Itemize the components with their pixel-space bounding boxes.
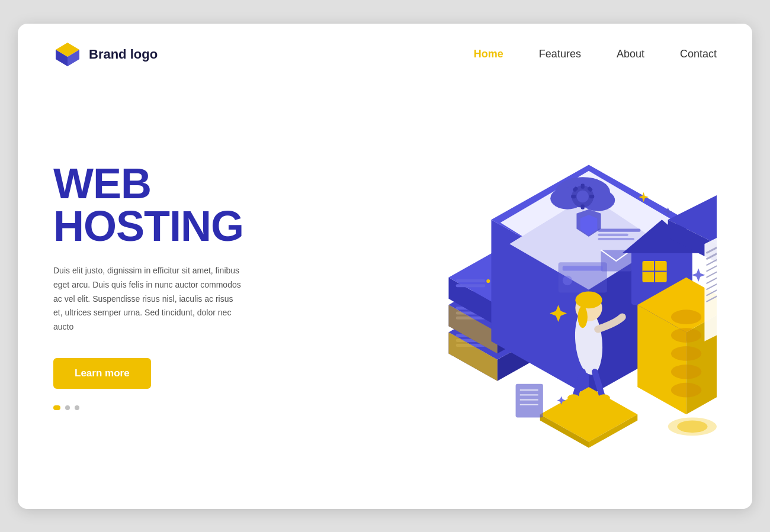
illustration-area: www (290, 97, 717, 464)
nav-home[interactable]: Home (474, 48, 503, 60)
nav-features[interactable]: Features (539, 48, 581, 60)
header: Brand logo Home Features About Contact (18, 24, 752, 85)
pagination-dots (53, 405, 290, 410)
svg-rect-23 (456, 284, 485, 287)
hero-title: WEB HOSTING (53, 162, 290, 247)
svg-point-76 (671, 382, 701, 397)
page-frame: Brand logo Home Features About Contact W… (18, 24, 752, 509)
svg-point-49 (578, 306, 587, 328)
dot-3[interactable] (75, 405, 79, 410)
svg-rect-66 (589, 194, 594, 198)
svg-rect-22 (456, 279, 485, 282)
svg-rect-36 (598, 238, 634, 240)
svg-rect-95 (516, 383, 543, 417)
svg-point-73 (671, 328, 701, 343)
svg-rect-65 (571, 194, 576, 198)
hero-description: Duis elit justo, dignissim in efficitur … (53, 264, 243, 334)
svg-marker-43 (540, 387, 638, 442)
svg-rect-39 (563, 266, 603, 270)
svg-point-62 (576, 190, 589, 202)
dot-2[interactable] (65, 405, 70, 410)
svg-point-78 (677, 420, 707, 433)
svg-point-24 (486, 279, 490, 282)
svg-point-50 (567, 394, 580, 401)
svg-point-72 (671, 309, 701, 324)
dot-active[interactable] (53, 405, 60, 410)
svg-point-75 (671, 364, 701, 379)
svg-rect-64 (581, 204, 585, 209)
svg-point-51 (598, 394, 610, 401)
learn-more-button[interactable]: Learn more (53, 358, 151, 389)
svg-rect-35 (598, 233, 628, 236)
svg-point-74 (671, 346, 701, 361)
logo-area: Brand logo (53, 40, 158, 69)
svg-point-48 (575, 291, 602, 308)
svg-rect-34 (598, 228, 640, 231)
logo-icon (53, 40, 82, 69)
nav-contact[interactable]: Contact (680, 48, 717, 60)
svg-point-40 (563, 275, 572, 285)
logo-text: Brand logo (89, 47, 158, 62)
main-nav: Home Features About Contact (474, 48, 717, 60)
hero-illustration: www (290, 97, 717, 464)
main-content: WEB HOSTING Duis elit justo, dignissim i… (18, 85, 752, 488)
nav-about[interactable]: About (617, 48, 644, 60)
left-panel: WEB HOSTING Duis elit justo, dignissim i… (53, 150, 290, 410)
svg-rect-63 (581, 183, 585, 188)
